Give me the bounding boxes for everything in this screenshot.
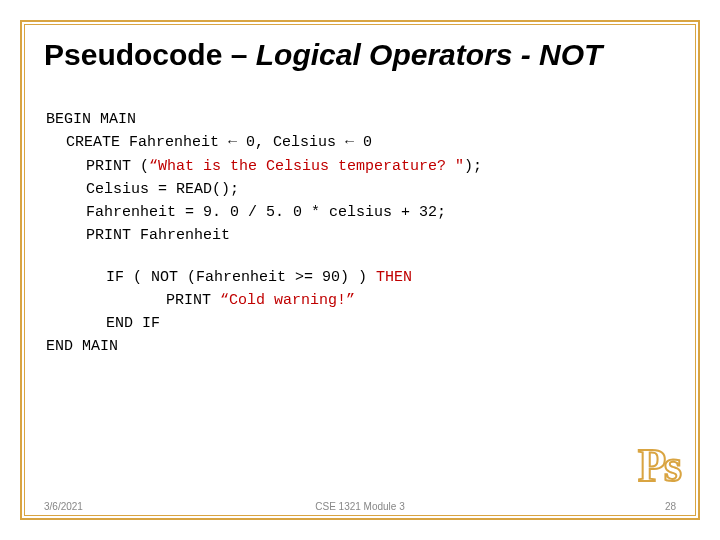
footer-page-number: 28 <box>665 501 676 512</box>
code-line: Celsius = READ(); <box>86 178 482 201</box>
footer-date: 3/6/2021 <box>44 501 83 512</box>
code-line: IF ( NOT (Fahrenheit >= 90) ) THEN <box>106 266 482 289</box>
code-line: PRINT (“What is the Celsius temperature?… <box>86 155 482 178</box>
code-line: END MAIN <box>46 335 482 358</box>
code-line: PRINT Fahrenheit <box>86 224 482 247</box>
slide-footer: 3/6/2021 CSE 1321 Module 3 28 <box>44 501 676 512</box>
title-part2: Logical Operators - NOT <box>256 38 603 71</box>
code-line: BEGIN MAIN <box>46 108 482 131</box>
slide-title: Pseudocode – Logical Operators - NOT <box>44 38 602 72</box>
code-line: CREATE Fahrenheit ← 0, Celsius ← 0 <box>66 131 482 154</box>
title-part1: Pseudocode – <box>44 38 256 71</box>
footer-module: CSE 1321 Module 3 <box>315 501 405 512</box>
pseudocode-block: BEGIN MAIN CREATE Fahrenheit ← 0, Celsiu… <box>46 108 482 359</box>
code-line: END IF <box>106 312 482 335</box>
code-line: Fahrenheit = 9. 0 / 5. 0 * celsius + 32; <box>86 201 482 224</box>
ps-logo: Ps <box>638 439 680 492</box>
code-line: PRINT “Cold warning!” <box>166 289 482 312</box>
